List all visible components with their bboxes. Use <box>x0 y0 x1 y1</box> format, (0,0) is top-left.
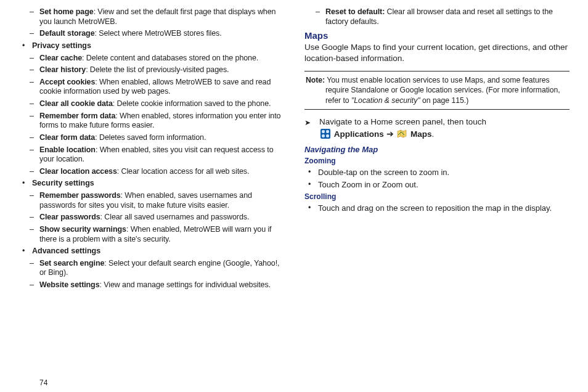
text: Touch Zoom in or Zoom out. <box>318 180 570 190</box>
nav-apps-label: Applications <box>334 129 384 139</box>
label: Clear location access <box>39 167 117 176</box>
note-box: Note: You must enable location services … <box>304 71 570 110</box>
desc: : Delete the list of previously-visited … <box>86 65 229 74</box>
bullet-icon: • <box>308 203 314 213</box>
zooming-heading: Zooming <box>304 157 570 165</box>
item-clear-cache: –Clear cache: Delete content and databas… <box>30 54 284 63</box>
desc: : Select where MetroWEB stores files. <box>95 29 222 38</box>
dash-icon: – <box>30 112 36 131</box>
label: Set home page <box>39 7 94 16</box>
label: Clear form data <box>39 133 95 142</box>
note-first: You must enable location services to use… <box>325 76 549 84</box>
nav-arrow: ➔ <box>384 129 396 139</box>
note-label: Note: <box>306 76 325 84</box>
heading-advanced: • Advanced settings <box>22 247 284 256</box>
bullet-icon: • <box>308 168 314 178</box>
pointer-icon: ➤ <box>304 116 311 128</box>
label: Clear cache <box>39 54 82 62</box>
desc: : Delete cookie information saved to the… <box>113 99 271 108</box>
maps-heading: Maps <box>304 30 570 41</box>
dash-icon: – <box>30 259 36 278</box>
nav-instruction: ➤ Navigate to a Home screen panel, then … <box>304 116 570 141</box>
dash-icon: – <box>30 54 36 63</box>
label: Enable location <box>39 145 96 154</box>
heading: Security settings <box>32 179 94 187</box>
heading-privacy: • Privacy settings <box>22 41 284 51</box>
note-quote: "Location & security" <box>351 96 420 105</box>
label: Remember passwords <box>39 191 121 200</box>
item-clear-location: –Clear location access: Clear location a… <box>30 167 284 177</box>
maps-intro: Use Google Maps to find your current loc… <box>304 42 570 64</box>
label: Accept cookies <box>39 78 95 86</box>
desc: : Clear location access for all web site… <box>117 167 250 176</box>
dash-icon: – <box>30 213 36 223</box>
applications-icon <box>321 129 330 139</box>
dash-icon: – <box>30 29 36 39</box>
bullet-icon: • <box>308 180 314 190</box>
left-column: – Set home page: View and set the defaul… <box>18 5 284 387</box>
bullet-icon: • <box>22 247 28 256</box>
maps-icon <box>397 129 407 139</box>
desc: : Deletes saved form information. <box>95 133 206 142</box>
zoom-item-1: •Double-tap on the screen to zoom in. <box>308 168 570 178</box>
bullet-icon: • <box>22 179 28 189</box>
label: Reset to default: <box>325 7 385 16</box>
zoom-item-2: •Touch Zoom in or Zoom out. <box>308 180 570 190</box>
desc: : View and manage settings for individua… <box>100 280 271 289</box>
dash-icon: – <box>30 78 36 97</box>
bullet-icon: • <box>22 41 28 51</box>
heading: Privacy settings <box>32 41 91 50</box>
dash-icon: – <box>30 280 36 290</box>
item-clear-history: –Clear history: Delete the list of previ… <box>30 65 284 75</box>
label: Clear passwords <box>39 213 100 221</box>
dash-icon: – <box>30 65 36 75</box>
desc: : Clear all saved usernames and password… <box>100 213 250 221</box>
item-clear-cookies: –Clear all cookie data: Delete cookie in… <box>30 99 284 109</box>
heading-security: • Security settings <box>22 179 284 189</box>
item-set-search: –Set search engine: Select your default … <box>30 259 284 278</box>
label: Website settings <box>39 280 100 289</box>
scrolling-heading: Scrolling <box>304 192 570 201</box>
item-set-home: – Set home page: View and set the defaul… <box>30 7 284 27</box>
item-accept-cookies: –Accept cookies: When enabled, allows Me… <box>30 78 284 97</box>
text: Double-tap on the screen to zoom in. <box>318 168 570 178</box>
note-tail: on page 115.) <box>420 96 469 105</box>
dash-icon: – <box>30 167 36 177</box>
item-default-storage: – Default storage: Select where MetroWEB… <box>30 29 284 39</box>
item-reset-default: – Reset to default: Clear all browser da… <box>316 7 570 27</box>
heading: Advanced settings <box>32 247 100 255</box>
dash-icon: – <box>30 145 36 165</box>
item-clear-pw: –Clear passwords: Clear all saved userna… <box>30 213 284 223</box>
nav-maps-label: Maps <box>410 129 432 139</box>
label: Show security warnings <box>39 225 126 234</box>
label: Default storage <box>39 29 95 38</box>
nav-period: . <box>432 129 435 139</box>
dash-icon: – <box>30 7 36 27</box>
item-show-sec-warn: –Show security warnings: When enabled, M… <box>30 225 284 244</box>
text: Touch and drag on the screen to repositi… <box>318 203 570 213</box>
dash-icon: – <box>30 225 36 244</box>
right-column: – Reset to default: Clear all browser da… <box>304 5 570 387</box>
dash-icon: – <box>30 191 36 210</box>
label: Set search engine <box>39 259 104 267</box>
label: Clear all cookie data <box>39 99 113 108</box>
item-clear-form: –Clear form data: Deletes saved form inf… <box>30 133 284 143</box>
svg-marker-0 <box>398 130 406 137</box>
label: Remember form data <box>39 112 115 120</box>
item-enable-location: –Enable location: When enabled, sites yo… <box>30 145 284 165</box>
label: Clear history <box>39 65 86 74</box>
navigating-map-heading: Navigating the Map <box>304 145 570 154</box>
dash-icon: – <box>30 99 36 109</box>
nav-line-1: Navigate to a Home screen panel, then to… <box>319 117 486 126</box>
page-number: 74 <box>39 378 47 387</box>
desc: : Delete content and databases stored on… <box>82 54 258 62</box>
item-remember-form: –Remember form data: When enabled, store… <box>30 112 284 131</box>
scroll-item-1: •Touch and drag on the screen to reposit… <box>308 203 570 213</box>
manual-page: – Set home page: View and set the defaul… <box>0 0 588 392</box>
dash-icon: – <box>30 133 36 143</box>
item-remember-pw: –Remember passwords: When enabled, saves… <box>30 191 284 210</box>
item-website-settings: –Website settings: View and manage setti… <box>30 280 284 290</box>
dash-icon: – <box>316 7 322 27</box>
